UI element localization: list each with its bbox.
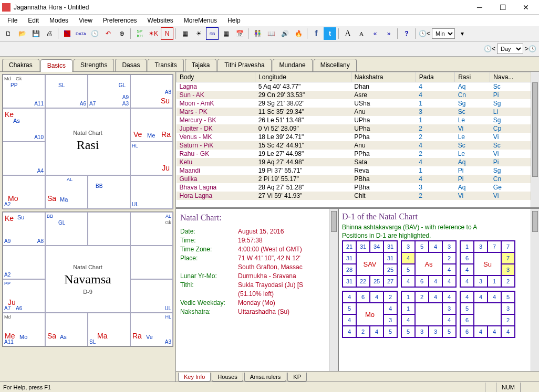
btab-keyinfo[interactable]: Key Info [178,373,211,382]
time-prev-icon[interactable]: 🕓< [418,27,431,40]
table-row[interactable]: Sun - AK29 Cn 29' 33.53"Asre4CnPi [177,91,539,99]
table-header[interactable]: Rasi [455,72,490,82]
d1-title: D-1 of the Natal Chart [342,212,536,221]
natal-row: Time:19:57:38 [180,237,334,244]
navamsa-chart[interactable]: KeSuA9A8 BBGL ALGk A2 Natal Chart Navams… [2,211,173,347]
tool-flag-icon[interactable] [61,27,74,40]
table-row[interactable]: Venus - MK18 Le 39' 24.71"PPha2LeVi [177,133,539,141]
bav-box[interactable]: 13776Su7434312 [460,240,515,288]
close-button[interactable]: ✕ [518,3,534,12]
tool-back-icon[interactable]: ↶ [102,27,115,40]
menu-websites[interactable]: Websites [143,16,178,25]
bav-box[interactable]: 35434As2544644 [401,240,457,288]
btab-kp[interactable]: KP [287,373,307,382]
bav-box[interactable]: 124413445335 [401,291,457,338]
prev-icon[interactable]: « [369,27,381,40]
tool-book-icon[interactable]: 📖 [265,27,277,40]
table-row[interactable]: Saturn - PiK15 Sc 42' 44.91"Anu4ScSc [177,141,539,150]
rasi-chart[interactable]: MdGkPPA11 SLA6 GLA7A9A3 SuA8 KeAsA10 Nat… [2,74,173,209]
tool-n-icon[interactable]: N [161,27,173,40]
font-large-icon[interactable]: A [341,27,354,40]
tool-spkh-icon[interactable]: SPKH [133,27,146,40]
natal-row: South Grafton, Massac [180,263,334,271]
tool-clock-icon[interactable]: 🕓 [88,27,101,40]
day-prev-icon[interactable]: 🕓< [483,43,496,55]
table-row[interactable]: Bhava Lagna28 Aq 27' 51.28"PBha3AqGe [177,183,539,192]
d1-panel: D-1 of the Natal Chart Bhinna ashtakavar… [339,209,539,371]
d1-scrollbar[interactable] [531,209,539,371]
menu-moremenus[interactable]: MoreMenus [180,16,221,25]
title-bar: Jagannatha Hora - Untitled ─ ☐ ✕ [0,0,539,15]
tool-people-icon[interactable]: 👫 [251,27,264,40]
menu-preferences[interactable]: Preferences [99,16,141,25]
natal-row: Lunar Yr-Mo:Durmukha - Sravana [180,272,334,280]
natal-row: Tithi:Sukla Trayodasi (Ju) [S [180,281,334,289]
table-row[interactable]: Hora Lagna27 Vi 59' 41.93"Chit2ViVi [177,192,539,200]
time-unit-combo[interactable]: Min [432,28,455,39]
day-unit-combo[interactable]: Day [497,44,523,54]
table-header[interactable]: Pada [416,72,454,82]
twitter-icon[interactable]: t [324,27,336,40]
menu-file[interactable]: File [3,16,22,25]
table-row[interactable]: Maandi19 Pi 37' 55.71"Reva1PiSg [177,166,539,175]
tool-sb-icon[interactable]: SB [206,27,219,40]
new-icon[interactable]: 🗋 [2,27,15,40]
tab-miscellany[interactable]: Miscellany [314,59,357,71]
font-small-icon[interactable]: A [355,27,368,40]
natal-scrollbar[interactable] [329,209,338,371]
facebook-icon[interactable]: f [310,27,323,40]
tool-globe-icon[interactable]: ⊕ [116,27,128,40]
print-icon[interactable]: 🖨 [43,27,56,40]
table-row[interactable]: Jupiter - DK0 Vi 52' 28.09"UPha2ViCp [177,124,539,133]
open-icon[interactable]: 📂 [16,27,28,40]
table-row[interactable]: Mars - PK11 Sc 35' 29.34"Anu3ScLi [177,108,539,116]
menu-help[interactable]: Help [223,16,245,25]
bav-box[interactable]: 2131343131SAV31282531222527 [342,240,398,288]
tool-cal-icon[interactable]: 📅 [233,27,246,40]
tab-mundane[interactable]: Mundane [273,59,313,71]
menu-edit[interactable]: Edit [24,16,43,25]
table-header[interactable]: Body [177,72,255,82]
save-icon[interactable]: 💾 [29,27,42,40]
menu-modes[interactable]: Modes [45,16,72,25]
tool-sun-icon[interactable]: ☀ [192,27,205,40]
tool-grid1-icon[interactable]: ▦ [179,27,191,40]
tab-tithi[interactable]: Tithi Pravesha [217,59,271,71]
main-toolbar: 🗋 📂 💾 🖨 DATA 🕓 ↶ ⊕ SPKH ✶K N ▦ ☀ SB ▦ 📅 … [0,26,539,41]
tool-grid2-icon[interactable]: ▦ [220,27,232,40]
tool-data-icon[interactable]: DATA [75,27,87,40]
tool-speaker-icon[interactable]: 🔊 [278,27,291,40]
bav-box[interactable]: 46425Mo4434245 [342,291,398,338]
bav-box[interactable]: 444553626444 [460,291,515,338]
tab-transits[interactable]: Transits [148,59,183,71]
tab-chakras[interactable]: Chakras [2,59,39,71]
table-header[interactable]: Longitude [255,72,351,82]
btab-houses[interactable]: Houses [212,373,243,382]
status-help: For Help, press F1 [3,384,51,390]
left-panel: MdGkPPA11 SLA6 GLA7A9A3 SuA8 KeAsA10 Nat… [0,72,175,382]
tab-dasas[interactable]: Dasas [115,59,147,71]
day-next-icon[interactable]: >🕓 [524,43,537,55]
table-row[interactable]: Lagna5 Aq 40' 43.77"Dhan4AqSc [177,82,539,91]
status-empty2 [520,383,536,392]
minimize-button[interactable]: ─ [472,3,488,12]
body-table[interactable]: BodyLongitudeNakshatraPadaRasiNava... La… [176,72,539,208]
table-row[interactable]: Moon - AmK29 Sg 21' 38.02"USha1SgSg [177,99,539,108]
tab-basics[interactable]: Basics [40,59,72,72]
table-row[interactable]: Ketu19 Aq 27' 44.98"Sata4AqPi [177,158,539,166]
time-dropdown-icon[interactable]: ▾ [456,27,469,40]
tab-strengths[interactable]: Strengths [74,59,114,71]
table-scrollbar[interactable] [531,72,539,207]
table-row[interactable]: Rahu - GK19 Le 27' 44.98"PPha2LeVi [177,150,539,158]
table-row[interactable]: Mercury - BK26 Le 51' 13.48"UPha1LeSg [177,116,539,124]
btab-amsa[interactable]: Amsa rulers [244,373,287,382]
tab-tajaka[interactable]: Tajaka [185,59,217,71]
tool-fire-icon[interactable]: 🔥 [292,27,305,40]
maximize-button[interactable]: ☐ [495,3,511,12]
table-row[interactable]: Gulika2 Pi 19' 55.17"PBha4PiCn [177,175,539,183]
table-header[interactable]: Nakshatra [351,72,416,82]
tool-ak-icon[interactable]: ✶K [147,27,160,40]
next-icon[interactable]: » [382,27,395,40]
help-icon[interactable]: ? [400,27,413,40]
menu-view[interactable]: View [75,16,97,25]
